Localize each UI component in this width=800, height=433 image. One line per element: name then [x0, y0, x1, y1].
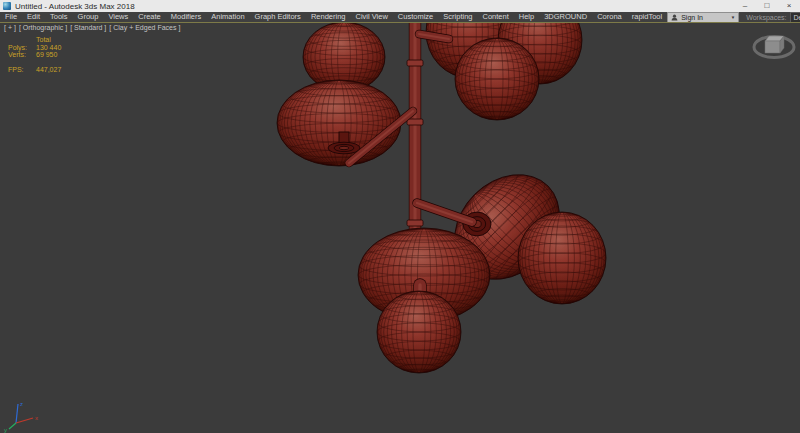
menu-item-help[interactable]: Help: [514, 12, 539, 22]
maximize-button[interactable]: □: [756, 0, 778, 12]
menu-item-create[interactable]: Create: [133, 12, 166, 22]
close-button[interactable]: ×: [778, 0, 800, 12]
menu-item-edit[interactable]: Edit: [22, 12, 45, 22]
viewport-menu-standard[interactable]: [ Standard ]: [70, 24, 106, 31]
viewport-statistics: Total Polys: 130 440 Verts: 69 950 FPS: …: [8, 36, 61, 73]
sign-in-label: Sign In: [681, 14, 703, 21]
menu-item-civil-view[interactable]: Civil View: [350, 12, 392, 22]
user-icon: [671, 14, 678, 21]
application-window: Untitled - Autodesk 3ds Max 2018 – □ × F…: [0, 0, 800, 433]
stats-verts-row: Verts: 69 950: [8, 51, 61, 59]
minimize-button[interactable]: –: [734, 0, 756, 12]
sign-in-button[interactable]: Sign In ▼: [667, 12, 739, 23]
viewport[interactable]: zxy [ + ][ Orthographic ][ Standard ][ C…: [0, 23, 800, 433]
menu-item-rapidtool[interactable]: rapidTool: [627, 12, 667, 22]
axis-x-label: x: [35, 415, 38, 421]
3dsmax-app-icon: [3, 2, 11, 10]
viewport-menu-plus[interactable]: [ + ]: [4, 24, 16, 31]
menu-item-graph-editors[interactable]: Graph Editors: [250, 12, 306, 22]
stats-fps-value: 447,027: [36, 66, 61, 74]
menu-item-tools[interactable]: Tools: [45, 12, 73, 22]
window-title: Untitled - Autodesk 3ds Max 2018: [15, 2, 135, 11]
chevron-down-icon: ▼: [731, 15, 735, 20]
menu-item-animation[interactable]: Animation: [206, 12, 249, 22]
menu-item-file[interactable]: File: [0, 12, 22, 22]
viewport-canvas[interactable]: zxy: [0, 23, 800, 433]
stats-verts-label: Verts:: [8, 51, 36, 59]
window-controls: – □ ×: [734, 0, 800, 12]
pipe-coupling: [407, 220, 423, 226]
workspaces-label: Workspaces:: [746, 14, 786, 21]
menu-item-modifiers[interactable]: Modifiers: [166, 12, 206, 22]
model-pipe[interactable]: [419, 34, 449, 39]
menu-bar-items: FileEditToolsGroupViewsCreateModifiersAn…: [0, 12, 667, 22]
pipe-coupling: [407, 119, 423, 125]
stats-total-row: Total: [8, 36, 61, 44]
viewport-background[interactable]: [0, 23, 800, 433]
menu-item-3dground[interactable]: 3DGROUND: [539, 12, 592, 22]
viewport-menu-pov[interactable]: [ Orthographic ]: [19, 24, 67, 31]
stats-polys-value: 130 440: [36, 44, 61, 52]
stats-total-label: Total: [36, 36, 51, 44]
pipe-coupling: [407, 60, 423, 66]
stats-fps-label: FPS:: [8, 66, 36, 74]
axis-z-label: z: [20, 401, 23, 407]
title-bar: Untitled - Autodesk 3ds Max 2018 – □ ×: [0, 0, 800, 12]
viewport-menu-shading[interactable]: [ Clay + Edged Faces ]: [109, 24, 180, 31]
menu-item-corona[interactable]: Corona: [592, 12, 627, 22]
menu-item-group[interactable]: Group: [73, 12, 104, 22]
menu-item-scripting[interactable]: Scripting: [438, 12, 477, 22]
menu-item-views[interactable]: Views: [103, 12, 133, 22]
stats-fps-row: FPS: 447,027: [8, 66, 61, 74]
menu-item-customize[interactable]: Customize: [393, 12, 438, 22]
viewport-label: [ + ][ Orthographic ][ Standard ][ Clay …: [4, 24, 180, 31]
workspaces-value: Default: [794, 14, 800, 21]
menu-item-content[interactable]: Content: [477, 12, 513, 22]
menu-item-rendering[interactable]: Rendering: [306, 12, 351, 22]
menu-bar: FileEditToolsGroupViewsCreateModifiersAn…: [0, 12, 800, 22]
stats-verts-value: 69 950: [36, 51, 57, 59]
stats-polys-label: Polys:: [8, 44, 36, 52]
stats-polys-row: Polys: 130 440: [8, 44, 61, 52]
axis-y-label: y: [4, 427, 7, 433]
workspaces-dropdown[interactable]: Default ▼: [790, 12, 800, 23]
